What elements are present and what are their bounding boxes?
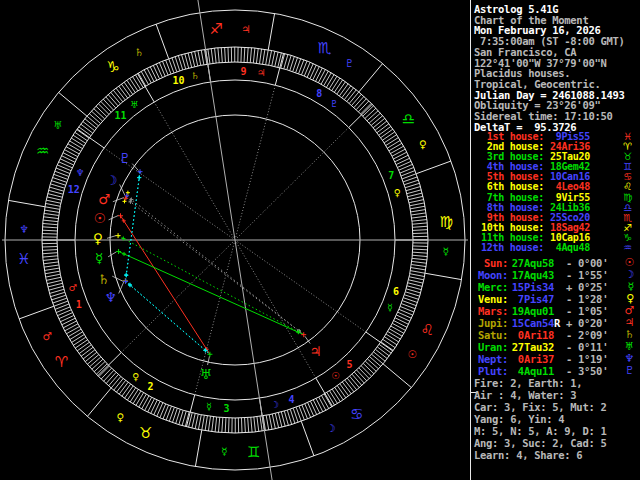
- planet-icon: ☽: [614, 269, 640, 281]
- aspect-line: [118, 236, 304, 335]
- house-ruler-glyph: ♄: [191, 70, 200, 81]
- planet-velocity: - 3°50': [562, 365, 614, 377]
- zodiac-sign-icon: ♒: [590, 243, 640, 253]
- planet-velocity: + 0°25': [562, 281, 614, 293]
- tally-line: Learn: 4, Share: 6: [474, 449, 640, 461]
- planet-velocity: - 2°09': [562, 329, 614, 341]
- planet-label: Sun:: [474, 257, 508, 269]
- zodiac-sign-icon: ♎: [590, 203, 640, 213]
- planet-label: Nept:: [474, 353, 508, 365]
- planet-velocity: - 1°19': [562, 353, 614, 365]
- retrograde-flag: [554, 353, 562, 365]
- aspect-line: [127, 196, 304, 335]
- sign-glyph: ♍: [439, 213, 452, 231]
- house-ruler-glyph: ♅: [130, 99, 139, 110]
- retrograde-flag: [554, 257, 562, 269]
- astrolog-screen: ♈♂♉♀♊☿♋☽♌☉♍☿♎♀♏♇♐♃♑♄♒♅♓♆1♂2♀3☿4☽5☉6☿7♀8♇…: [0, 0, 640, 480]
- planet-position: 0Ari18: [508, 329, 554, 341]
- zodiac-sign-icon: ♐: [590, 223, 640, 233]
- house-ruler-glyph: ♆: [76, 167, 85, 178]
- sidebar-divider: [470, 0, 471, 480]
- neptune-glyph: ♆: [104, 289, 116, 305]
- planet-label: Merc:: [474, 281, 508, 293]
- planet-label: Jupi:: [474, 317, 508, 329]
- planet-label: Satu:: [474, 329, 508, 341]
- sign-ruler-glyph: ♅: [53, 119, 62, 131]
- house-number: 3: [223, 403, 229, 414]
- zodiac-sign-icon: ♍: [590, 193, 640, 203]
- planet-position: 19Aqu01: [508, 305, 554, 317]
- planet-row: Satu:0Ari18- 2°09'♄: [474, 329, 640, 341]
- sign-glyph: ♐: [209, 20, 222, 38]
- house-number: 1: [76, 299, 82, 310]
- zodiac-sign-icon: ♋: [590, 172, 640, 182]
- sign-ruler-glyph: ☿: [221, 445, 227, 457]
- house-label: 12th house:: [474, 243, 544, 253]
- house-ruler-glyph: ☉: [332, 370, 341, 381]
- planet-row: Merc:15Pis34+ 0°25'☿: [474, 281, 640, 293]
- mercury-glyph: ☿: [95, 250, 103, 266]
- tally-line: Air : 4, Water: 3: [474, 389, 640, 401]
- planet-label: Uran:: [474, 341, 508, 353]
- chart-info-block: Astrolog 5.41GChart of the MomentMon Feb…: [474, 4, 640, 132]
- sign-ruler-glyph: ☉: [407, 348, 416, 360]
- planet-position: 15Can54: [508, 317, 554, 329]
- retrograde-flag: R: [554, 317, 562, 329]
- house-number: 10: [172, 75, 184, 86]
- planet-pointer-line: [112, 276, 123, 281]
- planet-row: Nept:0Ari37- 1°19'♆: [474, 353, 640, 365]
- house-ruler-glyph: ♀: [394, 187, 401, 198]
- tally-line: Car: 3, Fix: 5, Mut: 2: [474, 401, 640, 413]
- planet-pointer-line: [208, 356, 210, 365]
- planet-icon: ♇: [614, 365, 640, 377]
- saturn-glyph: ♄: [98, 271, 110, 287]
- house-cusp-table: 1st house:9Pis55♓2nd house:24Ari36♈3rd h…: [474, 132, 640, 253]
- house-ruler-glyph: ☿: [206, 401, 212, 412]
- house-ruler-glyph: ☿: [387, 302, 393, 313]
- sign-ruler-glyph: ♀: [116, 411, 124, 423]
- tally-line: Ang: 3, Suc: 2, Cad: 5: [474, 437, 640, 449]
- sign-glyph: ♏: [318, 39, 332, 57]
- planet-row: Mars:19Aqu01- 1°05'♂: [474, 305, 640, 317]
- house-ruler-glyph: ♀: [132, 371, 139, 382]
- zodiac-sign-icon: ♓: [590, 132, 640, 142]
- sign-glyph: ♈: [55, 353, 68, 371]
- wheel-chart: ♈♂♉♀♊☿♋☽♌☉♍☿♎♀♏♇♐♃♑♄♒♅♓♆1♂2♀3☿4☽5☉6☿7♀8♇…: [0, 0, 470, 480]
- planet-row: Plut:4Aqu11- 3°50'♇: [474, 365, 640, 377]
- house-ruler-glyph: ♂: [69, 282, 78, 293]
- house-ruler-glyph: ♇: [330, 98, 339, 109]
- house-number: 2: [148, 381, 154, 392]
- planet-position: 17Aqu43: [508, 269, 554, 281]
- planet-pointer-line: [108, 252, 116, 257]
- house-position: 4Aqu48: [544, 243, 590, 253]
- planet-position: 4Aqu11: [508, 365, 554, 377]
- sign-glyph: ♒: [36, 142, 49, 160]
- cusp-line: [121, 242, 233, 352]
- tally-line: Fire: 2, Earth: 1,: [474, 377, 640, 389]
- cusp-line: [236, 85, 276, 237]
- planet-row: Venu:7Pis47- 1°28'♀: [474, 293, 640, 305]
- sign-glyph: ♎: [402, 110, 415, 128]
- house-number: 5: [346, 359, 352, 370]
- aspect-line: [121, 216, 210, 355]
- planet-label: Plut:: [474, 365, 508, 377]
- moon-glyph: ☽: [105, 172, 117, 188]
- sign-glyph: ♋: [350, 405, 363, 423]
- planet-velocity: - 0°00': [562, 257, 614, 269]
- planet-row: Sun:27Aqu58- 0°00'☉: [474, 257, 640, 269]
- planet-label: Moon:: [474, 269, 508, 281]
- sign-ruler-glyph: ☽: [326, 422, 335, 434]
- retrograde-flag: [554, 281, 562, 293]
- tally-line: M: 5, N: 5, A: 9, D: 1: [474, 425, 640, 437]
- house-row: 12th house:4Aqu48♒: [474, 243, 640, 253]
- cusp-line: [237, 242, 365, 332]
- planet-velocity: - 0°11': [562, 341, 614, 353]
- planet-position: 27Aqu58: [508, 257, 554, 269]
- planet-markers: ♇☽♂☉♀☿♄♆♅♃: [93, 150, 321, 382]
- sign-ruler-glyph: ♄: [134, 46, 143, 58]
- house-number: 4: [289, 394, 295, 405]
- chart-axes: [2, 0, 468, 480]
- planet-label: Mars:: [474, 305, 508, 317]
- retrograde-flag: [554, 305, 562, 317]
- house-number: 9: [241, 66, 247, 77]
